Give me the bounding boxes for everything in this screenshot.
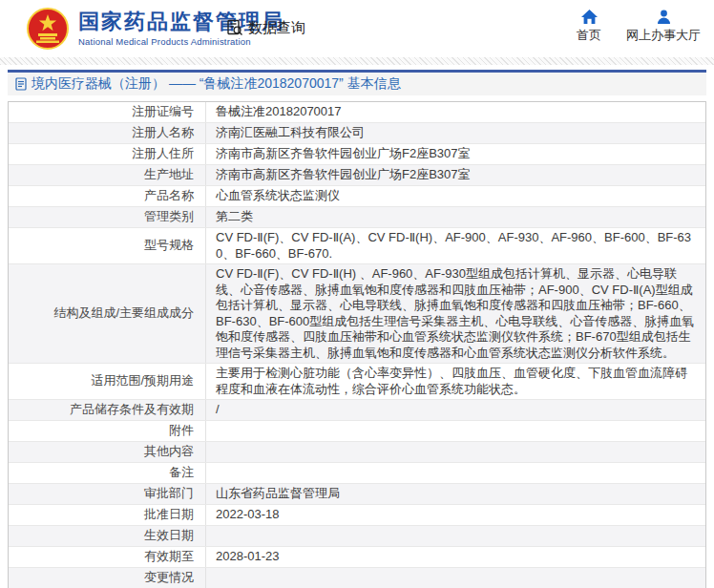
row-label: 审批部门	[9, 484, 206, 504]
org-name-en: National Medical Products Administration	[78, 36, 284, 47]
person-icon	[657, 10, 671, 24]
row-label-text: 其他内容	[144, 444, 194, 460]
row-label: 变更情况	[9, 568, 206, 588]
row-value: 济南市高新区齐鲁软件园创业广场F2座B307室	[206, 144, 705, 164]
row-label-text: 注册人住所	[132, 146, 194, 162]
row-value-text: 济南汇医融工科技有限公司	[216, 125, 365, 141]
table-row: 管理类别第二类	[9, 207, 705, 228]
table-row: 批准日期2022-03-18	[9, 505, 705, 526]
header-divider	[0, 57, 714, 65]
row-label-text: 型号规格	[144, 238, 194, 254]
table-row: 备注	[9, 463, 705, 484]
row-value	[206, 442, 705, 462]
row-label-text: 产品储存条件及有效期	[70, 402, 194, 418]
row-value-text: CV FD-Ⅱ(F)、CV FD-Ⅱ(H) 、AF-960、AF-930型组成包…	[216, 266, 696, 361]
row-value: 主要用于检测心脏功能（含心率变异性）、四肢血压、血管硬化度、下肢血管血流障碍程度…	[206, 364, 705, 399]
row-label-text: 生效日期	[144, 528, 194, 544]
row-value-text: 济南市高新区齐鲁软件园创业广场F2座B307室	[216, 167, 471, 183]
table-row: 注册证编号鲁械注准20182070017	[9, 102, 705, 123]
table-row: 变更情况	[9, 568, 705, 588]
row-value: 济南市高新区齐鲁软件园创业广场F2座B307室	[206, 165, 705, 185]
home-icon	[581, 10, 598, 24]
row-label: 产品名称	[9, 186, 206, 206]
row-label-text: 结构及组成/主要组成成分	[53, 305, 194, 322]
row-value-text: 心血管系统状态监测仪	[216, 188, 340, 204]
row-value	[206, 526, 705, 546]
row-label-text: 备注	[169, 465, 194, 481]
table-row: 其他内容	[9, 442, 705, 463]
row-label-text: 批准日期	[144, 507, 194, 523]
row-value: 济南汇医融工科技有限公司	[206, 123, 705, 143]
row-value-text: 济南市高新区齐鲁软件园创业广场F2座B307室	[216, 146, 471, 162]
row-value: 鲁械注准20182070017	[206, 102, 705, 122]
page-title-bar: 境内医疗器械（注册） —— “鲁械注准20182070017” 基本信息	[8, 70, 706, 95]
table-row: 适用范围/预期用途主要用于检测心脏功能（含心率变异性）、四肢血压、血管硬化度、下…	[9, 364, 705, 400]
row-label: 其他内容	[9, 442, 206, 462]
national-emblem-icon	[27, 8, 69, 50]
table-row: 注册人住所济南市高新区齐鲁软件园创业广场F2座B307室	[9, 144, 705, 165]
table-row: 附件	[9, 421, 705, 442]
table-row: 生效日期	[9, 526, 705, 547]
table-row: 审批部门山东省药品监督管理局	[9, 484, 705, 505]
row-label: 附件	[9, 421, 206, 441]
site-header: 国家药品监督管理局 National Medical Products Admi…	[0, 0, 714, 57]
row-value-text: 第二类	[216, 209, 253, 225]
data-query-label: 数据查询	[248, 19, 305, 37]
row-label: 适用范围/预期用途	[9, 364, 206, 399]
row-value-text: 2022-03-18	[216, 507, 280, 523]
row-value	[206, 421, 705, 441]
row-label-text: 注册人名称	[132, 125, 194, 141]
nav-home-label: 首页	[577, 27, 601, 44]
row-value: 2022-03-18	[206, 505, 705, 525]
data-query-icon	[225, 18, 244, 37]
row-label: 管理类别	[9, 207, 206, 227]
registration-info-table: 注册证编号鲁械注准20182070017注册人名称济南汇医融工科技有限公司注册人…	[8, 101, 706, 588]
row-value: CV FD-Ⅱ(F)、CV FD-Ⅱ(H) 、AF-960、AF-930型组成包…	[206, 264, 705, 363]
row-label: 生效日期	[9, 526, 206, 546]
row-label-text: 注册证编号	[132, 104, 194, 120]
row-label: 注册人名称	[9, 123, 206, 143]
row-label-text: 变更情况	[144, 570, 194, 586]
row-label: 生产地址	[9, 165, 206, 185]
table-row: 有效期至2028-01-23	[9, 547, 705, 568]
row-label: 批准日期	[9, 505, 206, 525]
row-label-text: 有效期至	[144, 549, 194, 565]
row-value: /	[206, 400, 705, 420]
row-value-text: 山东省药品监督管理局	[216, 486, 340, 502]
row-value: CV FD-Ⅱ(F)、CV FD-Ⅱ(A)、CV FD-Ⅱ(H)、AF-900、…	[206, 228, 705, 263]
row-label: 结构及组成/主要组成成分	[9, 264, 206, 363]
table-row: 生产地址济南市高新区齐鲁软件园创业广场F2座B307室	[9, 165, 705, 186]
row-label-text: 审批部门	[144, 486, 194, 502]
row-value: 山东省药品监督管理局	[206, 484, 705, 504]
row-value-text: 2028-01-23	[216, 549, 280, 565]
row-value: 2028-01-23	[206, 547, 705, 567]
top-nav: 首页 网上办事大厅	[577, 10, 701, 44]
row-value: 第二类	[206, 207, 705, 227]
row-label: 注册证编号	[9, 102, 206, 122]
nav-service-hall[interactable]: 网上办事大厅	[626, 10, 701, 44]
row-value	[206, 568, 705, 588]
row-value	[206, 463, 705, 483]
row-label-text: 附件	[169, 423, 194, 439]
table-row: 型号规格CV FD-Ⅱ(F)、CV FD-Ⅱ(A)、CV FD-Ⅱ(H)、AF-…	[9, 228, 705, 264]
row-value-text: 主要用于检测心脏功能（含心率变异性）、四肢血压、血管硬化度、下肢血管血流障碍程度…	[216, 366, 696, 397]
page-title: 境内医疗器械（注册） —— “鲁械注准20182070017” 基本信息	[32, 75, 401, 93]
table-row: 结构及组成/主要组成成分CV FD-Ⅱ(F)、CV FD-Ⅱ(H) 、AF-96…	[9, 264, 705, 364]
row-value-text: /	[216, 402, 220, 418]
row-label: 产品储存条件及有效期	[9, 400, 206, 420]
row-label-text: 适用范围/预期用途	[91, 373, 194, 389]
table-row: 产品名称心血管系统状态监测仪	[9, 186, 705, 207]
row-label: 型号规格	[9, 228, 206, 263]
nav-service-hall-label: 网上办事大厅	[626, 27, 701, 44]
row-label-text: 生产地址	[144, 167, 194, 183]
row-label: 备注	[9, 463, 206, 483]
table-row: 产品储存条件及有效期/	[9, 400, 705, 421]
row-value: 心血管系统状态监测仪	[206, 186, 705, 206]
document-icon	[15, 77, 27, 91]
data-query-nav[interactable]: 数据查询	[225, 18, 305, 37]
row-value-text: 鲁械注准20182070017	[216, 104, 342, 120]
nav-home[interactable]: 首页	[577, 10, 601, 44]
row-label: 注册人住所	[9, 144, 206, 164]
table-row: 注册人名称济南汇医融工科技有限公司	[9, 123, 705, 144]
page: 国家药品监督管理局 National Medical Products Admi…	[0, 0, 714, 588]
